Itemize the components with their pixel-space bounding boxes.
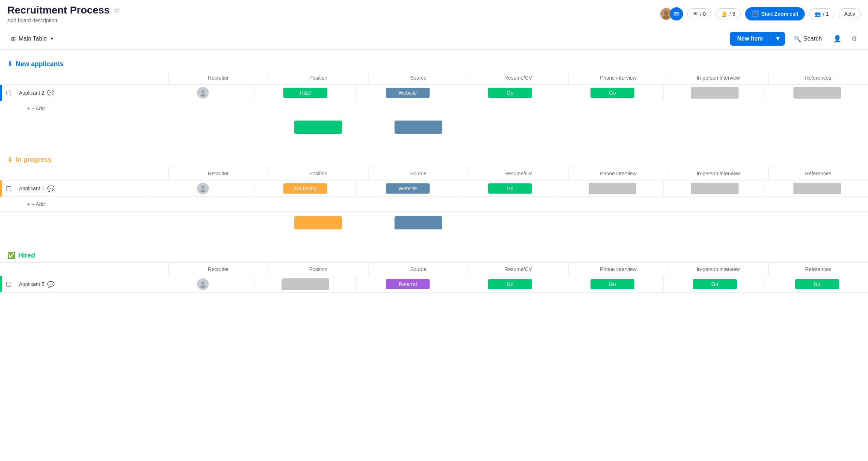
- col-resume-header: Resume/CV: [468, 71, 568, 84]
- add-item-button[interactable]: + + Add: [24, 200, 48, 209]
- col-references-header: References: [768, 167, 868, 180]
- summary-source: [368, 215, 468, 231]
- inperson-cell[interactable]: Go: [663, 276, 766, 292]
- phone-cell[interactable]: Go: [561, 276, 663, 292]
- summary-inperson: [668, 221, 768, 224]
- source-cell[interactable]: Website: [356, 180, 459, 197]
- recruiter-cell[interactable]: [152, 180, 254, 197]
- row-checkbox[interactable]: [2, 186, 15, 191]
- svg-point-7: [200, 190, 205, 192]
- new-item-arrow-icon[interactable]: ▼: [770, 32, 785, 46]
- col-headers-hired: Recruiter Position Source Resume/CV Phon…: [0, 262, 868, 276]
- row-checkbox[interactable]: [2, 282, 15, 287]
- svg-point-6: [201, 186, 204, 189]
- applicant-name[interactable]: Applicant 5: [19, 281, 44, 287]
- summary-recruiter: [168, 126, 268, 129]
- col-phone-header: Phone interview: [568, 263, 668, 276]
- table-grid-icon: ⊞: [11, 35, 16, 42]
- toolbar: ⊞ Main Table ▼ New Item ▼ 🔍 Search 👤 ⚙: [0, 28, 868, 50]
- inperson-cell[interactable]: [663, 85, 766, 101]
- add-row-new-applicants: + + Add: [0, 101, 868, 116]
- comment-icon[interactable]: 💬: [47, 89, 54, 96]
- row-name-cell: Applicant 2 💬: [15, 86, 152, 100]
- board-title: Recruitment Process ☆: [7, 4, 120, 16]
- add-label: + Add: [31, 201, 45, 207]
- source-cell[interactable]: Website: [356, 85, 459, 101]
- col-position-header: Position: [268, 71, 368, 84]
- new-item-button[interactable]: New Item ▼: [730, 32, 785, 46]
- recruiter-cell[interactable]: [152, 276, 254, 292]
- plus-icon: +: [27, 106, 30, 111]
- col-name-header: [15, 266, 168, 273]
- checkbox-input[interactable]: [6, 91, 11, 95]
- resume-cell[interactable]: Go: [459, 180, 561, 197]
- phone-cell[interactable]: Go: [561, 85, 663, 101]
- row-checkbox[interactable]: [2, 91, 15, 95]
- applicant-name[interactable]: Applicant 2: [19, 90, 44, 96]
- summary-resume: [468, 126, 568, 129]
- board-description[interactable]: Add board description: [7, 18, 120, 23]
- comment-icon[interactable]: 💬: [47, 185, 54, 192]
- inperson-empty: [691, 183, 739, 194]
- col-headers-new-applicants: Recruiter Position Source Resume/CV Phon…: [0, 71, 868, 85]
- header-actions: 👁 / 0 🔔 / 8 📹 Start Zoom call 👥 / 1 Acti…: [660, 7, 861, 20]
- summary-source-pill: [395, 216, 442, 229]
- checkbox-input[interactable]: [6, 186, 11, 191]
- col-headers-in-progress: Recruiter Position Source Resume/CV Phon…: [0, 167, 868, 180]
- user-profile-icon[interactable]: 👤: [831, 32, 844, 45]
- summary-source: [368, 119, 468, 135]
- add-label: + Add: [31, 106, 45, 111]
- chevron-down-icon: ▼: [50, 36, 54, 41]
- activity-button[interactable]: 👁 / 0: [687, 8, 712, 19]
- references-cell[interactable]: [766, 85, 868, 101]
- group-name-hired[interactable]: Hired: [18, 252, 35, 259]
- star-icon[interactable]: ☆: [113, 6, 120, 15]
- group-hired: ✅ Hired Recruiter Position Source Resume…: [0, 248, 868, 293]
- source-pill: Website: [386, 88, 430, 98]
- resume-cell[interactable]: Go: [459, 276, 561, 292]
- resume-cell[interactable]: Go: [459, 85, 561, 101]
- group-toggle-hired[interactable]: ✅: [7, 251, 15, 259]
- references-cell[interactable]: Go: [766, 276, 868, 292]
- main-table-label: Main Table: [19, 35, 47, 42]
- references-cell[interactable]: [766, 180, 868, 197]
- col-resume-header: Resume/CV: [468, 167, 568, 180]
- group-toggle-new-applicants[interactable]: ⬇: [7, 60, 13, 68]
- summary-phone: [568, 221, 668, 224]
- group-name-new-applicants[interactable]: New applicants: [16, 60, 64, 68]
- board-title-text: Recruitment Process: [7, 4, 110, 16]
- summary-position-pill: [294, 121, 342, 134]
- search-icon: 🔍: [794, 35, 801, 42]
- group-header-hired: ✅ Hired: [0, 248, 868, 262]
- group-name-in-progress[interactable]: In progress: [16, 156, 52, 164]
- position-cell[interactable]: Marketing: [254, 180, 356, 197]
- svg-point-1: [664, 11, 668, 15]
- svg-point-2: [663, 15, 669, 20]
- col-source-header: Source: [368, 167, 468, 180]
- zoom-button[interactable]: 📹 Start Zoom call: [745, 7, 805, 20]
- main-table-button[interactable]: ⊞ Main Table ▼: [7, 33, 58, 45]
- checkbox-input[interactable]: [6, 282, 11, 287]
- people-icon: 👥: [815, 11, 821, 17]
- search-button[interactable]: 🔍 Search: [789, 33, 827, 45]
- position-cell[interactable]: [254, 276, 356, 292]
- table-row: Applicant 2 💬 R&D Website Go Go: [0, 85, 868, 101]
- source-pill: Referral: [386, 279, 430, 289]
- group-header-in-progress: ⬇ In progress: [0, 153, 868, 167]
- inperson-cell[interactable]: [663, 180, 766, 197]
- phone-cell[interactable]: [561, 180, 663, 197]
- active-button[interactable]: Activ: [839, 8, 861, 19]
- comment-icon[interactable]: 💬: [47, 281, 54, 288]
- position-cell[interactable]: R&D: [254, 85, 356, 101]
- eye-icon: 👁: [693, 11, 698, 17]
- applicant-name[interactable]: Applicant 1: [19, 186, 44, 191]
- group-toggle-in-progress[interactable]: ⬇: [7, 156, 13, 164]
- recruiter-cell[interactable]: [152, 85, 254, 101]
- updates-button[interactable]: 🔔 / 8: [716, 8, 741, 19]
- board: ⬇ New applicants Recruiter Position Sour…: [0, 50, 868, 315]
- source-cell[interactable]: Referral: [356, 276, 459, 292]
- settings-icon[interactable]: ⚙: [848, 32, 861, 45]
- people-button[interactable]: 👥 / 1: [809, 8, 834, 19]
- add-item-button[interactable]: + + Add: [24, 104, 48, 113]
- summary-position: [268, 119, 368, 135]
